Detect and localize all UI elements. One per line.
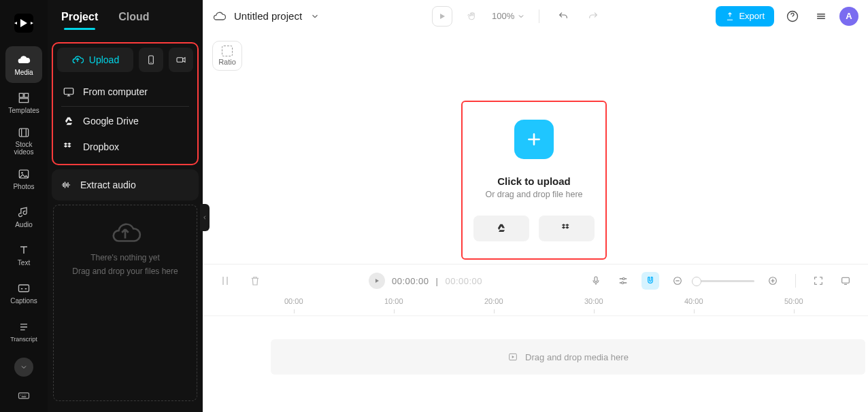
track-placeholder[interactable]: Drag and drop media here [271,339,865,375]
timeline: 00:00:00 | 00:00:00 00:00 [203,264,868,412]
rail-photos[interactable]: Photos [5,160,42,197]
mic-button[interactable] [587,272,605,290]
fullscreen-button[interactable] [837,272,854,290]
rail-label: Templates [8,107,39,114]
canvas-google-drive-button[interactable] [473,216,529,241]
menu-button[interactable] [811,6,831,27]
track-placeholder-label: Drag and drop media here [525,352,629,362]
cloud-status-icon[interactable] [212,10,226,23]
rail-label: Transcript [10,336,37,343]
redo-button[interactable] [583,6,603,27]
svg-rect-1 [19,93,23,97]
tick: 50:00 [784,297,803,305]
left-rail: Media Templates Stock videos Photos Audi… [0,0,48,412]
rail-audio[interactable]: Audio [5,199,42,235]
upload-record[interactable] [169,48,193,72]
extract-box: Extract audio [52,169,199,201]
rail-media[interactable]: Media [5,46,42,83]
split-icon [219,275,231,287]
upload-block: Upload From computer Google Drive [52,42,199,165]
dropzone-line1: There's nothing yet [90,253,160,262]
play-icon [437,12,447,21]
upload-sub: Or drag and drop file here [485,190,582,199]
rail-keyboard[interactable] [17,389,31,402]
zoom-control[interactable]: 100% [492,11,525,21]
title-dropdown[interactable] [310,12,320,21]
canvas-dropbox-button[interactable] [539,216,595,241]
topbar: Untitled project 100% [203,0,868,33]
timeline-ruler[interactable]: 00:00 10:00 20:00 30:00 40:00 50:00 [203,297,868,316]
zoom-value: 100% [492,11,514,21]
project-title[interactable]: Untitled project [234,10,302,22]
menu-icon [814,10,828,23]
menu-extract-audio[interactable]: Extract audio [52,169,199,201]
templates-icon [17,91,31,105]
rail-templates[interactable]: Templates [5,84,42,121]
panel-dropzone[interactable]: There's nothing yet Drag and drop your f… [53,205,197,401]
rail-captions[interactable]: Captions [5,275,42,311]
app-logo [7,7,40,39]
dropzone-line2: Drag and drop your files here [72,267,178,276]
main-area: Untitled project 100% [203,0,868,412]
waveform-icon [60,179,72,191]
google-drive-icon [495,222,507,235]
divider [539,10,539,23]
upload-plus-button[interactable] [514,120,554,159]
upload-label: Upload [89,54,119,65]
ratio-icon [222,46,233,56]
svg-rect-11 [177,58,183,63]
menu-dropbox[interactable]: Dropbox [57,134,193,160]
screen-icon [840,275,851,286]
rail-more[interactable] [14,358,33,377]
snap-button[interactable] [641,272,659,290]
menu-google-drive[interactable]: Google Drive [57,108,193,134]
menu-label: Google Drive [83,116,139,126]
delete-button[interactable] [246,272,264,290]
svg-rect-2 [24,93,29,97]
zoom-out-button[interactable] [669,272,686,290]
tab-project[interactable]: Project [61,11,98,30]
time-current: 00:00:00 [392,276,429,286]
chevron-down-icon [310,12,320,21]
pan-hand-button[interactable] [462,6,482,27]
rail-text[interactable]: Text [5,237,42,273]
svg-rect-14 [595,277,597,281]
export-button[interactable]: Export [716,6,774,27]
undo-button[interactable] [553,6,573,27]
menu-separator [61,106,189,107]
dropbox-icon [561,222,573,235]
mic-icon [590,275,601,286]
help-button[interactable] [782,6,803,27]
transcript-icon [17,320,31,334]
cloud-icon [17,53,31,67]
time-total: 00:00:00 [445,276,482,286]
tick: 00:00 [284,297,303,305]
ratio-label: Ratio [218,58,236,66]
svg-rect-12 [64,88,73,95]
ratio-button[interactable]: Ratio [212,41,242,71]
upload-mobile[interactable] [139,48,163,72]
text-icon [17,243,31,257]
tab-cloud[interactable]: Cloud [118,11,149,30]
fit-button[interactable] [809,272,827,290]
zoom-in-button[interactable] [764,272,782,290]
split-button[interactable] [216,272,234,290]
media-icon [507,351,518,362]
rail-stock-videos[interactable]: Stock videos [5,122,42,159]
plus-icon [525,131,543,148]
zoom-slider[interactable] [696,280,754,282]
upload-button[interactable]: Upload [57,48,133,72]
track-area: Drag and drop media here [203,316,868,412]
undo-icon [558,11,569,22]
captions-icon [17,281,31,295]
panel-tabs: Project Cloud [48,0,203,30]
play-button[interactable] [369,273,385,289]
markers-button[interactable] [614,272,632,290]
user-avatar[interactable]: A [839,7,858,26]
menu-label: From computer [83,86,148,97]
svg-point-10 [150,62,151,63]
rail-transcript[interactable]: Transcript [5,313,42,349]
monitor-icon [63,86,75,98]
menu-from-computer[interactable]: From computer [57,79,193,105]
preview-play-button[interactable] [432,6,452,27]
